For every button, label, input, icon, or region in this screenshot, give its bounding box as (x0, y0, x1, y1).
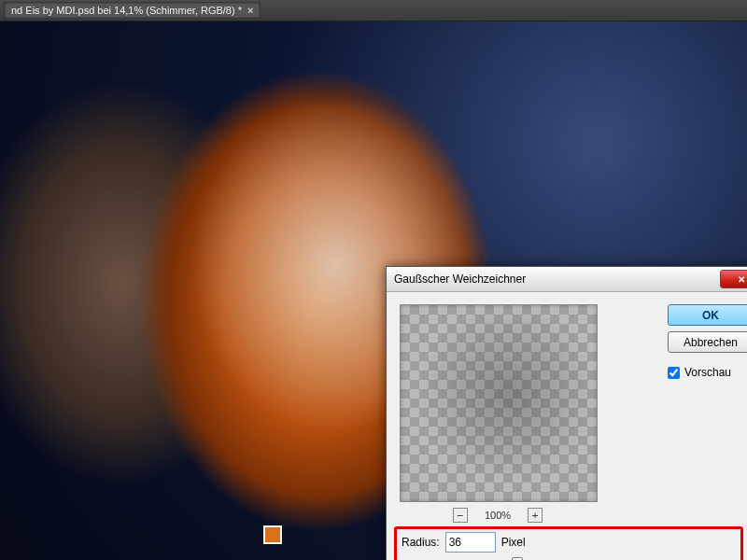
close-tab-icon[interactable]: × (247, 2, 253, 19)
ok-button[interactable]: OK (668, 304, 747, 326)
preview-checkbox-row[interactable]: Vorschau (668, 366, 747, 379)
dialog-body: − 100% + OK Abbrechen Vorschau Radius: P… (387, 291, 747, 560)
radius-unit: Pixel (501, 536, 526, 549)
zoom-level: 100% (485, 510, 511, 521)
close-icon: ✕ (738, 274, 745, 285)
plus-icon: + (532, 511, 539, 521)
zoom-out-button[interactable]: − (453, 508, 468, 523)
radius-slider[interactable] (402, 556, 728, 560)
radius-label: Radius: (402, 536, 440, 549)
dialog-close-button[interactable]: ✕ (720, 270, 747, 288)
dialog-button-column: OK Abbrechen Vorschau (668, 304, 747, 379)
dialog-titlebar[interactable]: Gaußscher Weichzeichner ✕ (387, 267, 747, 292)
document-tab-bar: nd Eis by MDI.psd bei 14,1% (Schimmer, R… (0, 0, 747, 21)
zoom-controls: − 100% + (400, 508, 596, 523)
dialog-title: Gaußscher Weichzeichner (394, 273, 720, 286)
workspace: Gaußscher Weichzeichner ✕ − 100% + OK Ab… (0, 21, 747, 560)
gaussian-blur-dialog: Gaußscher Weichzeichner ✕ − 100% + OK Ab… (386, 266, 747, 560)
color-swatch[interactable] (263, 525, 282, 544)
minus-icon: − (458, 511, 464, 521)
radius-row: Radius: Pixel (402, 532, 526, 553)
zoom-in-button[interactable]: + (528, 508, 543, 523)
document-tab-title: nd Eis by MDI.psd bei 14,1% (Schimmer, R… (11, 2, 242, 19)
cancel-button[interactable]: Abbrechen (668, 331, 747, 353)
filter-preview[interactable] (400, 304, 598, 502)
preview-checkbox-label: Vorschau (684, 366, 731, 379)
radius-input[interactable] (445, 532, 496, 553)
document-tab[interactable]: nd Eis by MDI.psd bei 14,1% (Schimmer, R… (4, 2, 261, 19)
preview-checkbox[interactable] (668, 367, 680, 379)
